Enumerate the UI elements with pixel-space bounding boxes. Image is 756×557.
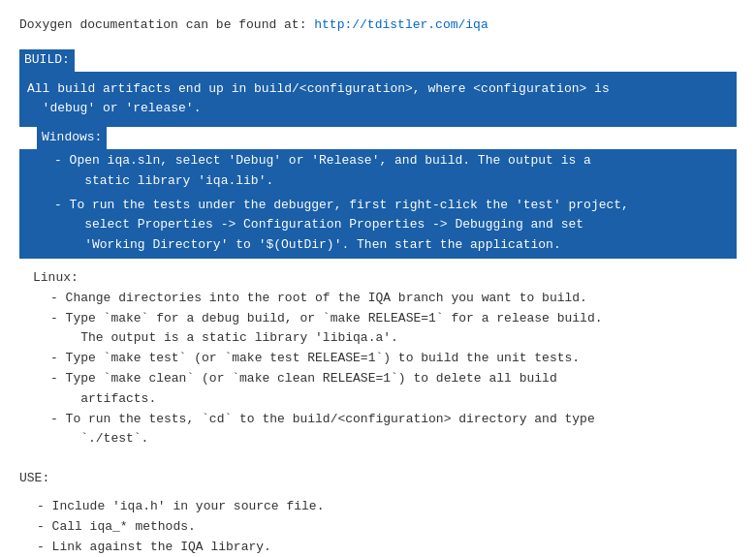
linux-item-2: - Type `make` for a debug build, or `mak… (50, 309, 737, 350)
linux-items: - Change directories into the root of th… (50, 289, 737, 449)
linux-item-3: - Type `make test` (or `make test RELEAS… (50, 349, 737, 369)
doxygen-link[interactable]: http://tdistler.com/iqa (314, 17, 488, 32)
use-items: - Include 'iqa.h' in your source file. -… (37, 497, 737, 557)
build-spacer2 (19, 121, 737, 127)
windows-label: Windows: (37, 127, 107, 149)
windows-item-1: - Open iqa.sln, select 'Debug' or 'Relea… (19, 149, 737, 194)
use-item-1: - Include 'iqa.h' in your source file. (37, 497, 737, 517)
top-description: Doxygen documentation can be found at: h… (19, 15, 737, 36)
linux-section: Linux: - Change directories into the roo… (33, 268, 737, 449)
linux-item-4: - Type `make clean` (or `make clean RELE… (50, 369, 737, 410)
use-item-2: - Call iqa_* methods. (37, 517, 737, 538)
build-label: BUILD: (19, 49, 75, 72)
linux-item-1: - Change directories into the root of th… (50, 289, 737, 309)
windows-item-2: - To run the tests under the debugger, f… (19, 194, 737, 259)
use-section: USE: - Include 'iqa.h' in your source fi… (19, 469, 737, 557)
use-item-3: - Link against the IQA library. (37, 538, 737, 557)
linux-label: Linux: (33, 268, 737, 289)
use-label: USE: (19, 469, 737, 489)
linux-item-5: - To run the tests, `cd` to the build/<c… (50, 410, 737, 450)
build-description: All build artifacts end up in build/<con… (19, 77, 737, 122)
build-section: BUILD: All build artifacts end up in bui… (19, 49, 737, 259)
